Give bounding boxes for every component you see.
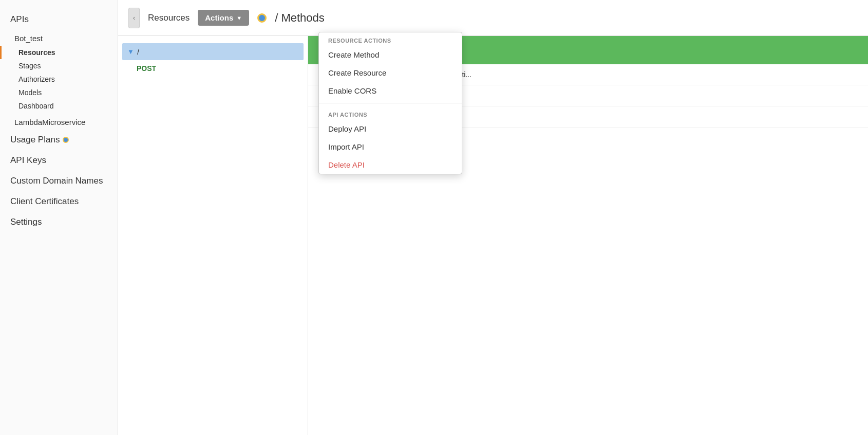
sidebar-item-api-keys[interactable]: API Keys bbox=[0, 150, 118, 171]
resource-root-path: / bbox=[137, 47, 139, 56]
sidebar: APIs Bot_test Resources Stages Authorize… bbox=[0, 0, 118, 435]
sidebar-group-bot-test: Bot_test Resources Stages Authorizers Mo… bbox=[0, 29, 118, 115]
actions-dropdown: RESOURCE ACTIONS Create Method Create Re… bbox=[318, 32, 462, 174]
actions-button[interactable]: Actions ▼ bbox=[198, 10, 249, 26]
usage-plans-badge bbox=[63, 137, 69, 143]
method-post-badge: POST bbox=[134, 63, 159, 74]
sidebar-item-stages[interactable]: Stages bbox=[0, 59, 118, 72]
import-api-item[interactable]: Import API bbox=[319, 138, 462, 156]
create-resource-item[interactable]: Create Resource bbox=[319, 64, 462, 82]
sidebar-item-custom-domain[interactable]: Custom Domain Names bbox=[0, 171, 118, 191]
sidebar-item-bot-test[interactable]: Bot_test bbox=[0, 31, 118, 46]
sidebar-item-resources[interactable]: Resources bbox=[0, 46, 118, 59]
sidebar-item-authorizers[interactable]: Authorizers bbox=[0, 72, 118, 86]
actions-label: Actions bbox=[205, 13, 233, 22]
main-content: ‹ Resources Actions ▼ / Methods RESOURCE… bbox=[118, 0, 868, 435]
api-keys-label: API Keys bbox=[10, 155, 46, 166]
content-area: ▼ / POST POST s:lambda:ap-northeast-1:00… bbox=[118, 36, 868, 435]
header-bar: ‹ Resources Actions ▼ / Methods RESOURCE… bbox=[118, 0, 868, 36]
resource-root-row[interactable]: ▼ / bbox=[122, 43, 304, 60]
usage-plans-label: Usage Plans bbox=[10, 135, 60, 145]
collapse-button[interactable]: ‹ bbox=[128, 8, 140, 28]
settings-label: Settings bbox=[10, 217, 42, 227]
methods-header-title: / Methods bbox=[275, 11, 325, 25]
sidebar-item-settings[interactable]: Settings bbox=[0, 212, 118, 232]
actions-dot-badge bbox=[257, 13, 267, 23]
api-actions-label: API ACTIONS bbox=[319, 106, 462, 120]
sidebar-item-dashboard[interactable]: Dashboard bbox=[0, 99, 118, 113]
delete-api-item[interactable]: Delete API bbox=[319, 156, 462, 174]
sidebar-item-models[interactable]: Models bbox=[0, 86, 118, 99]
dropdown-divider bbox=[319, 103, 462, 103]
sidebar-item-client-certs[interactable]: Client Certificates bbox=[0, 191, 118, 212]
sidebar-item-usage-plans[interactable]: Usage Plans bbox=[0, 130, 118, 150]
enable-cors-item[interactable]: Enable CORS bbox=[319, 82, 462, 100]
sidebar-item-lambda-microservice[interactable]: LambdaMicroservice bbox=[0, 115, 118, 130]
resource-toggle-icon[interactable]: ▼ bbox=[127, 48, 134, 56]
sidebar-apis-title[interactable]: APIs bbox=[0, 10, 118, 29]
custom-domain-label: Custom Domain Names bbox=[10, 176, 103, 186]
method-post-row[interactable]: POST bbox=[118, 62, 308, 75]
resources-panel: ▼ / POST bbox=[118, 36, 308, 435]
client-certs-label: Client Certificates bbox=[10, 196, 79, 207]
actions-caret-icon: ▼ bbox=[236, 15, 242, 21]
create-method-item[interactable]: Create Method bbox=[319, 46, 462, 64]
deploy-api-item[interactable]: Deploy API bbox=[319, 120, 462, 138]
resource-actions-label: RESOURCE ACTIONS bbox=[319, 32, 462, 46]
resources-header-label: Resources bbox=[148, 13, 190, 23]
